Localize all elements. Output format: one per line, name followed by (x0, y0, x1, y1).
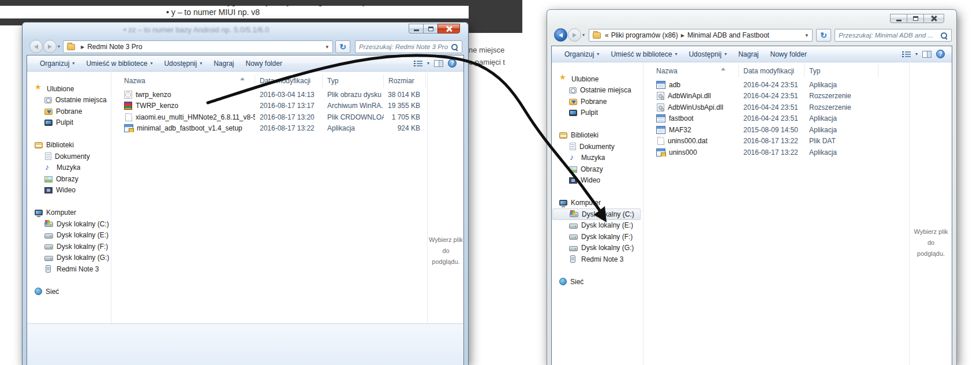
sidebar-item-sieć[interactable]: Sieć (552, 276, 643, 288)
sidebar-item-dysk-lokalny-c[interactable]: Dysk lokalny (C:) (28, 218, 111, 230)
file-row-twrp-kenzo[interactable]: twrp_kenzo2016-03-04 14:13Plik obrazu dy… (111, 89, 426, 100)
sidebar-item-ostatnie-miejsca[interactable]: Ostatnie miejsca (28, 95, 111, 106)
sidebar-item-dysk-lokalny-g[interactable]: Dysk lokalny (G:) (28, 252, 111, 264)
close-button[interactable] (923, 14, 944, 23)
sidebar-item-ostatnie-miejsca[interactable]: Ostatnie miejsca (552, 85, 643, 96)
column-header-nazwa[interactable]: Nazwa (644, 65, 739, 77)
preview-pane-icon[interactable] (922, 51, 932, 58)
column-header-data-modyfikacji[interactable]: Data modyfikacji (739, 65, 805, 77)
preview-pane-separator[interactable] (909, 59, 910, 365)
sidebar-item-dokumenty[interactable]: Dokumenty (552, 141, 643, 152)
file-row-adb[interactable]: adb2016-04-24 23:51Aplikacja (644, 79, 878, 91)
sidebar-item-dysk-lokalny-e[interactable]: Dysk lokalny (E:) (28, 230, 111, 241)
search-input[interactable]: Przeszukaj: Redmi Note 3 Pro (355, 40, 462, 53)
breadcrumb-item[interactable]: Redmi Note 3 Pro (87, 43, 142, 51)
back-button[interactable] (554, 28, 567, 42)
views-dropdown-icon[interactable] (915, 51, 918, 57)
breadcrumb-overflow-icon[interactable] (605, 31, 609, 39)
file-row-unins000-dat[interactable]: unins000.dat2016-08-17 13:22Plik DAT (644, 136, 878, 147)
toolbar-umieść-w-bibliotece[interactable]: Umieść w bibliotece (80, 57, 158, 70)
preview-pane-icon[interactable] (434, 60, 443, 67)
sidebar-item-pulpit[interactable]: Pulpit (28, 117, 111, 129)
sidebar-item-ulubione[interactable]: Ulubione (552, 73, 643, 85)
file-row-minimal-adb-fastboot-v1-4-setup[interactable]: minimal_adb_fastboot_v1.4_setup2016-08-1… (111, 123, 426, 135)
sidebar-item-redmi-note-3[interactable]: Redmi Note 3 (28, 263, 111, 275)
sidebar-item-biblioteki[interactable]: Biblioteki (552, 130, 643, 141)
drive-icon (44, 256, 53, 261)
sidebar-item-dysk-lokalny-g[interactable]: Dysk lokalny (G:) (552, 243, 643, 254)
column-header-rozmiar[interactable]: Rozmiar (384, 75, 426, 87)
maximize-button[interactable] (423, 24, 437, 33)
file-row-fastboot[interactable]: fastboot2016-04-24 23:51Aplikacja (644, 113, 878, 125)
breadcrumb-arrow-icon[interactable] (681, 33, 684, 38)
close-button[interactable] (437, 24, 460, 33)
sidebar-item-dysk-lokalny-f[interactable]: Dysk lokalny (F:) (552, 231, 643, 243)
forward-button[interactable] (568, 28, 581, 42)
file-row-twrp-kenzo[interactable]: TWRP_kenzo2016-08-17 13:17Archiwum WinRA… (111, 100, 426, 112)
sidebar-item-wideo[interactable]: Wideo (552, 175, 643, 187)
sidebar-item-biblioteki[interactable]: Biblioteki (28, 140, 111, 151)
refresh-button[interactable] (335, 40, 350, 53)
column-header-data-modyfikacji[interactable]: Data modyfikacji (255, 75, 323, 87)
sidebar-item-dokumenty[interactable]: Dokumenty (28, 151, 111, 162)
minimize-button[interactable] (890, 14, 907, 23)
column-header-typ[interactable]: Typ (805, 65, 878, 77)
breadcrumb-arrow-icon[interactable] (81, 44, 84, 50)
recent-pages-dropdown-icon[interactable] (58, 44, 60, 49)
toolbar-umieść-w-bibliotece[interactable]: Umieść w bibliotece (605, 48, 683, 61)
column-header-typ[interactable]: Typ (323, 75, 384, 87)
address-dropdown-icon[interactable] (803, 32, 810, 38)
recent-pages-dropdown-icon[interactable] (582, 32, 585, 38)
sidebar-item-wideo[interactable]: Wideo (28, 185, 111, 196)
sidebar-item-redmi-note-3[interactable]: Redmi Note 3 (552, 254, 643, 265)
toolbar-nagraj[interactable]: Nagraj (208, 57, 240, 70)
details-pane (27, 323, 463, 365)
search-input[interactable]: Przeszukaj: Minimal ADB and ... (835, 29, 952, 42)
toolbar-nowy-folder[interactable]: Nowy folder (240, 57, 288, 70)
file-row-maf32[interactable]: MAF322015-08-09 14:50Aplikacja (644, 124, 878, 136)
disc-file-icon (124, 91, 132, 99)
address-dropdown-icon[interactable] (324, 44, 330, 50)
address-bar[interactable]: Pliki programów (x86) Minimal ADB and Fa… (589, 29, 813, 42)
toolbar-organizuj[interactable]: Organizuj (34, 57, 80, 70)
sidebar-item-dysk-lokalny-e[interactable]: Dysk lokalny (E:) (552, 220, 643, 232)
toolbar-nowy-folder[interactable]: Nowy folder (765, 48, 813, 61)
file-row-adbwinusbapi-dll[interactable]: AdbWinUsbApi.dll2016-04-24 23:51Rozszerz… (644, 102, 878, 113)
column-header-nazwa[interactable]: Nazwa (111, 75, 255, 87)
toolbar-udostępnij[interactable]: Udostępnij (158, 57, 208, 70)
sidebar-item-muzyka[interactable]: Muzyka (28, 162, 111, 174)
sidebar-item-muzyka[interactable]: Muzyka (552, 152, 643, 164)
sidebar-item-ulubione[interactable]: Ulubione (28, 83, 111, 95)
sidebar-item-obrazy[interactable]: Obrazy (552, 163, 643, 175)
help-icon[interactable] (936, 50, 945, 58)
sidebar-item-komputer[interactable]: Komputer (28, 207, 111, 219)
sidebar-item-komputer[interactable]: Komputer (552, 198, 643, 209)
help-icon[interactable] (448, 59, 457, 68)
sidebar-item-dysk-lokalny-f[interactable]: Dysk lokalny (F:) (28, 241, 111, 252)
forward-button[interactable] (43, 40, 57, 53)
sidebar-item-pobrane[interactable]: Pobrane (552, 96, 643, 107)
change-view-icon[interactable] (414, 60, 422, 67)
toolbar-organizuj[interactable]: Organizuj (559, 48, 605, 61)
toolbar-udostępnij[interactable]: Udostępnij (683, 48, 732, 61)
views-dropdown-icon[interactable] (427, 61, 429, 66)
file-row-unins000[interactable]: unins0002016-08-17 13:22Aplikacja (644, 147, 878, 158)
sidebar-item-pobrane[interactable]: Pobrane (28, 106, 111, 117)
preview-pane-separator[interactable] (427, 68, 428, 323)
minimize-button[interactable] (409, 24, 423, 33)
breadcrumb-item[interactable]: Minimal ADB and Fastboot (687, 31, 769, 39)
file-row-xiaomi-eu-multi-hmnote2-6-8-11-v8-5-0[interactable]: xiaomi.eu_multi_HMNote2_6.8.11_v8-5.0...… (111, 111, 426, 123)
toolbar-nagraj[interactable]: Nagraj (732, 48, 764, 61)
column-headers: NazwaData modyfikacjiTyp (644, 65, 878, 77)
sidebar-item-sieć[interactable]: Sieć (28, 286, 111, 297)
breadcrumb-item[interactable]: Pliki programów (x86) (611, 31, 678, 39)
address-bar[interactable]: Redmi Note 3 Pro (63, 40, 333, 53)
refresh-button[interactable] (816, 29, 831, 42)
sidebar-item-pulpit[interactable]: Pulpit (552, 107, 643, 119)
file-row-adbwinapi-dll[interactable]: AdbWinApi.dll2016-04-24 23:51Rozszerzeni… (644, 91, 878, 102)
sidebar-item-obrazy[interactable]: Obrazy (28, 173, 111, 185)
back-button[interactable] (29, 40, 43, 53)
sidebar-item-dysk-lokalny-c[interactable]: Dysk lokalny (C:) (552, 208, 641, 220)
change-view-icon[interactable] (902, 51, 911, 58)
maximize-button[interactable] (907, 14, 923, 23)
